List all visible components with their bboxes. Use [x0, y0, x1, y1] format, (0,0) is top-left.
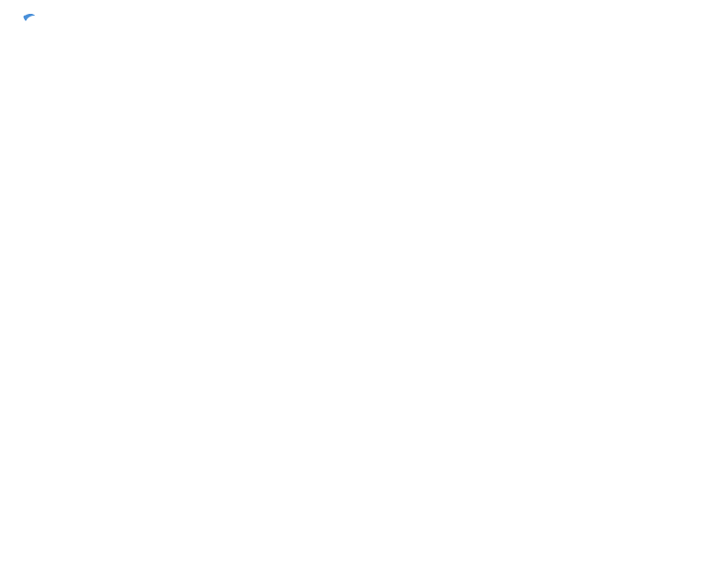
- page-header: [9, 9, 719, 31]
- logo: [13, 9, 37, 31]
- logo-bird-icon: [15, 9, 37, 31]
